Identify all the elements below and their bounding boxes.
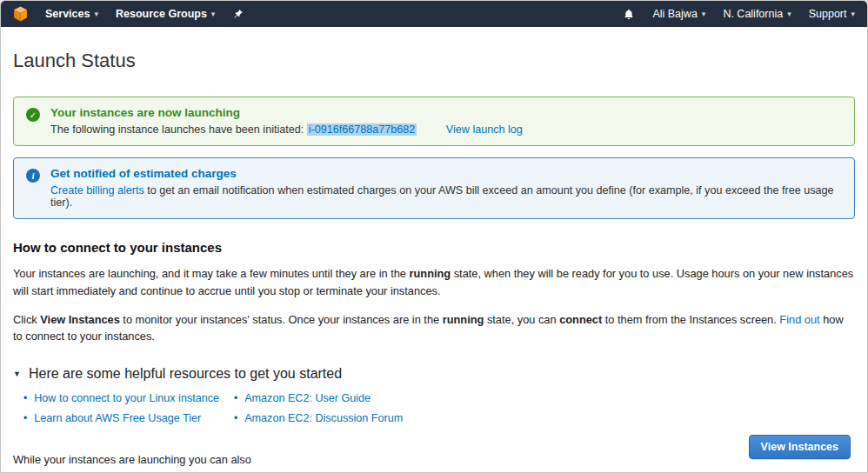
chevron-down-icon: ▾	[211, 10, 216, 18]
support-menu-label: Support	[809, 8, 847, 20]
info-alert-message: Create billing alerts to get an email no…	[50, 184, 842, 209]
linux-connect-guide-link[interactable]: How to connect to your Linux instance	[34, 392, 219, 404]
bullet-icon: •	[23, 413, 27, 423]
page-title: Launch Status	[13, 50, 855, 72]
ec2-user-guide-link[interactable]: Amazon EC2: User Guide	[244, 392, 371, 404]
support-menu[interactable]: Support ▾	[809, 8, 855, 20]
resources-heading-label: Here are some helpful resources to get y…	[29, 366, 342, 382]
caret-down-icon: ▼	[13, 370, 21, 378]
p2-text: to them from the Instances screen.	[602, 313, 779, 326]
create-billing-alerts-link[interactable]: Create billing alerts	[50, 184, 144, 197]
resources-collapse-toggle[interactable]: ▼ Here are some helpful resources to get…	[13, 366, 855, 382]
chevron-down-icon: ▾	[702, 10, 706, 18]
resources-column-2: • Amazon EC2: User Guide • Amazon EC2: D…	[224, 392, 403, 432]
info-alert-body: Get notified of estimated charges Create…	[50, 167, 842, 209]
pin-icon[interactable]	[232, 9, 244, 20]
list-item: • Learn about AWS Free Usage Tier	[23, 412, 224, 424]
resource-groups-menu[interactable]: Resource Groups ▾	[116, 8, 215, 20]
account-menu[interactable]: Ali Bajwa ▾	[652, 8, 705, 20]
services-menu-label: Services	[45, 8, 90, 20]
resources-columns: • How to connect to your Linux instance …	[13, 392, 855, 432]
free-usage-tier-link[interactable]: Learn about AWS Free Usage Tier	[34, 412, 201, 424]
instance-id-link[interactable]: i-0916f66788a77b682	[307, 123, 417, 136]
info-icon: i	[26, 169, 40, 183]
bullet-icon: •	[234, 393, 237, 403]
resource-groups-menu-label: Resource Groups	[116, 8, 207, 20]
p2-text: state, you can	[484, 313, 559, 326]
p1-text: Your instances are launching, and it may…	[13, 267, 410, 280]
chevron-down-icon: ▾	[94, 10, 98, 18]
region-menu[interactable]: N. California ▾	[723, 8, 791, 20]
p2-text: to monitor your instances' status. Once …	[120, 313, 443, 326]
list-item: • Amazon EC2: User Guide	[234, 392, 403, 404]
success-check-icon: ✓	[26, 108, 40, 122]
view-instances-button[interactable]: View Instances	[749, 435, 851, 459]
aws-console-window: Services ▾ Resource Groups ▾ Ali Bajwa	[0, 0, 868, 473]
p2-bold-view-instances: View Instances	[40, 313, 120, 326]
p2-bold-connect: connect	[559, 313, 602, 326]
find-out-link[interactable]: Find out	[779, 313, 819, 326]
navbar-left-group: Services ▾ Resource Groups ▾	[13, 6, 244, 22]
info-alert-title: Get notified of estimated charges	[50, 167, 842, 180]
p1-bold-running: running	[410, 267, 451, 280]
connect-section-heading: How to connect to your instances	[13, 240, 855, 255]
info-message-text: to get an email notification when estima…	[50, 184, 834, 209]
services-menu[interactable]: Services ▾	[45, 8, 98, 20]
notifications-bell-icon[interactable]	[623, 8, 635, 21]
success-message-prefix: The following instance launches have bee…	[50, 123, 304, 136]
p2-text: Click	[13, 313, 40, 326]
chevron-down-icon: ▾	[787, 10, 791, 18]
resources-column-1: • How to connect to your Linux instance …	[13, 392, 224, 432]
navbar-right-group: Ali Bajwa ▾ N. California ▾ Support ▾	[623, 8, 855, 21]
success-alert-body: Your instances are now launching The fol…	[50, 106, 523, 136]
account-menu-label: Ali Bajwa	[652, 8, 697, 20]
bullet-icon: •	[234, 413, 237, 423]
chevron-down-icon: ▾	[851, 10, 855, 18]
launch-success-alert: ✓ Your instances are now launching The f…	[13, 97, 855, 146]
connect-paragraph-1: Your instances are launching, and it may…	[13, 265, 855, 300]
while-launching-intro: While your instances are launching you c…	[13, 453, 855, 466]
view-launch-log-link[interactable]: View launch log	[446, 123, 523, 136]
region-menu-label: N. California	[723, 8, 783, 20]
p2-bold-running: running	[443, 313, 484, 326]
success-alert-title: Your instances are now launching	[50, 106, 523, 119]
success-alert-message: The following instance launches have bee…	[50, 123, 523, 136]
main-content: Launch Status ✓ Your instances are now l…	[1, 50, 867, 473]
billing-info-alert: i Get notified of estimated charges Crea…	[13, 157, 855, 219]
top-navbar: Services ▾ Resource Groups ▾ Ali Bajwa	[1, 1, 867, 27]
bullet-icon: •	[23, 393, 27, 403]
ec2-discussion-forum-link[interactable]: Amazon EC2: Discussion Forum	[244, 412, 403, 424]
list-item: • Amazon EC2: Discussion Forum	[234, 412, 403, 424]
connect-paragraph-2: Click View Instances to monitor your ins…	[13, 311, 855, 346]
list-item: • How to connect to your Linux instance	[23, 392, 224, 404]
aws-logo-icon[interactable]	[13, 6, 28, 22]
